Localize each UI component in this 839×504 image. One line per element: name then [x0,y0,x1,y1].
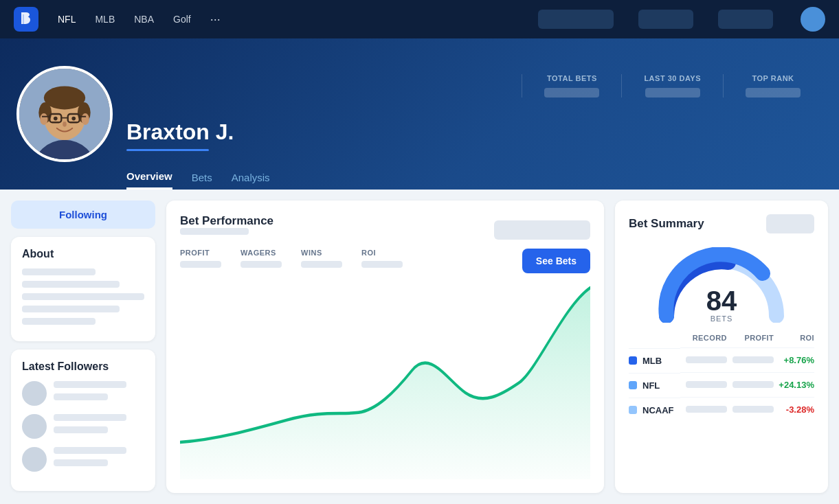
stat-total-bets-label: TOTAL BETS [544,74,599,82]
navbar: NFL MLB NBA Golf ··· [0,0,839,38]
stat-profit: PROFIT [180,249,221,268]
stat-top-rank-label: TOP RANK [746,74,801,82]
follower-item-1 [22,381,144,406]
follower-avatar-1 [22,381,47,406]
follower-name-1 [54,381,126,388]
bet-stats-row: PROFIT WAGERS WINS ROI See Bets [180,249,590,273]
svg-point-10 [82,113,89,125]
bet-perf-subtitle [180,228,249,235]
user-avatar-nav[interactable] [801,7,825,32]
nfl-dot [629,381,637,389]
roi-value [361,261,403,268]
bet-summary-filter[interactable] [766,214,814,233]
ncaaf-roi: -3.28% [774,398,814,422]
follower-sub-3 [54,459,108,466]
col-record: RECORD [680,334,727,348]
bet-perf-filter[interactable] [494,220,590,240]
col-profit: PROFIT [727,334,774,348]
nav-search[interactable] [538,10,614,29]
ncaaf-record-val [686,406,727,413]
stat-wagers: WAGERS [240,249,282,268]
bet-summary-panel: Bet Summary 84 BETS RECORD [615,201,828,493]
svg-point-6 [44,86,85,109]
follower-info-2 [54,414,144,439]
ncaaf-dot [629,406,637,414]
hero-section: Braxton J. Overview Bets Analysis TOTAL … [0,38,839,190]
see-bets-button[interactable]: See Bets [522,249,590,273]
follower-name-3 [54,447,126,454]
nav-filter [638,10,693,29]
gauge-number: 84 [706,287,737,314]
followers-card: Latest Followers [11,350,155,491]
follower-sub-1 [54,393,108,400]
nfl-record [680,373,727,398]
stat-total-bets-value [544,88,599,98]
svg-point-17 [71,117,76,121]
following-button[interactable]: Following [11,201,155,229]
gauge-widget: 84 BETS [629,247,814,323]
follower-info-1 [54,381,144,406]
stat-roi: ROI [361,249,403,268]
hero-stats: TOTAL BETS LAST 30 DAYS TOP RANK [522,74,823,98]
mlb-dot [629,356,637,365]
ncaaf-record [680,398,727,422]
about-line-3 [22,293,144,300]
sidebar: Following About Latest Followers [11,201,155,493]
bet-summary-header: Bet Summary [629,214,814,233]
sport-mlb: MLB [629,348,680,373]
nfl-record-val [686,381,727,388]
about-line-1 [22,268,96,275]
follower-avatar-2 [22,414,47,439]
gauge-bets-label: BETS [706,314,737,323]
bet-perf-title-text: Bet Performance [180,214,273,228]
about-line-5 [22,318,96,325]
col-roi: ROI [774,334,814,348]
wagers-value [240,261,282,268]
nav-golf[interactable]: Golf [173,14,191,25]
stat-total-bets: TOTAL BETS [522,74,621,98]
wins-value [301,261,342,268]
bet-perf-title: Bet Performance [180,214,273,246]
chart-fill-area [180,288,590,479]
logo[interactable] [14,7,38,32]
nav-mlb[interactable]: MLB [95,14,115,25]
gauge-center: 84 BETS [706,287,737,323]
profile-avatar [16,66,113,162]
sport-ncaaf: NCAAF [629,398,680,422]
bet-perf-header: Bet Performance [180,214,590,246]
nav-more[interactable]: ··· [210,12,221,27]
stat-last-30-label: LAST 30 DAYS [644,74,701,82]
name-underline [126,149,209,151]
bet-performance-panel: Bet Performance PROFIT WAGERS WINS ROI [166,201,604,493]
follower-info-3 [54,447,144,472]
table-row-mlb: MLB +8.76% [629,348,814,373]
about-title: About [22,248,144,260]
nav-nfl[interactable]: NFL [58,14,76,25]
stat-top-rank: TOP RANK [723,74,823,98]
ncaaf-profit-val [732,406,774,413]
nfl-profit-val [732,381,774,388]
tab-analysis[interactable]: Analysis [232,172,270,189]
main-content: Following About Latest Followers [0,190,839,504]
profile-name: Braxton J. [126,119,522,145]
followers-title: Latest Followers [22,360,144,373]
nav-nba[interactable]: NBA [134,14,154,25]
profit-label: PROFIT [180,249,221,257]
about-line-2 [22,281,120,288]
stat-last-30: LAST 30 DAYS [621,74,723,98]
performance-chart [180,282,590,479]
about-card: About [11,237,155,341]
table-row-ncaaf: NCAAF -3.28% [629,398,814,422]
mlb-record-val [686,356,727,363]
follower-name-2 [54,414,126,421]
mlb-roi: +8.76% [774,348,814,373]
summary-table: RECORD PROFIT ROI MLB +8.76% [629,334,814,422]
stat-top-rank-value [746,88,801,98]
svg-point-16 [54,117,58,121]
nav-menu [718,10,773,29]
tab-bets[interactable]: Bets [192,172,212,189]
nfl-label: NFL [642,380,660,391]
tab-overview[interactable]: Overview [126,170,172,190]
table-row-nfl: NFL +24.13% [629,373,814,398]
follower-avatar-3 [22,447,47,472]
